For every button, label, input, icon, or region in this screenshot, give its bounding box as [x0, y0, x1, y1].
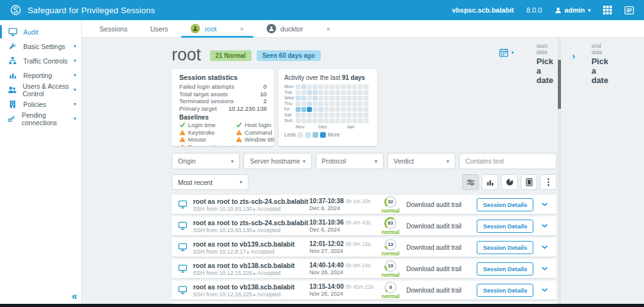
- session-verdict: Accepted: [257, 270, 281, 276]
- users-icon: [8, 86, 17, 94]
- heatmap-day-label: Sat: [284, 113, 296, 118]
- sidebar-item-reporting[interactable]: Reporting▾: [0, 68, 81, 82]
- topbar-right: vbspsc.scb.balabit 8.0.0 admin ▾: [452, 6, 634, 14]
- heatmap-cell: [330, 101, 335, 106]
- filter-dropdown-protocol[interactable]: Protocol▾: [316, 153, 384, 169]
- score-label: normal: [382, 294, 399, 299]
- chevron-down-icon: ▾: [74, 58, 76, 64]
- session-details: Session Details: [477, 220, 535, 233]
- badges: 21 NormalSeen 60 days ago: [210, 49, 326, 60]
- heatmap-cell: [301, 96, 306, 101]
- sidebar-item-audit[interactable]: Audit: [0, 25, 81, 39]
- user-name: admin: [565, 6, 585, 14]
- sidebar-item-users-access-control[interactable]: Users & Access Control▾: [0, 82, 81, 97]
- legend-more-label: More: [328, 131, 340, 138]
- terminal-session-icon: [172, 221, 193, 230]
- status-badge: 21 Normal: [210, 50, 252, 61]
- kebab-view-button[interactable]: [540, 174, 557, 190]
- tab-root[interactable]: root×: [179, 20, 255, 37]
- chevron-down-icon: ▾: [74, 101, 76, 107]
- score-ring: 13: [384, 238, 397, 251]
- sidebar-item-basic-settings[interactable]: Basic Settings▾: [0, 39, 81, 53]
- filter-dropdown-origin[interactable]: Origin▾: [172, 153, 240, 169]
- calendar-icon: [499, 48, 509, 57]
- session-source: SSH from 10.12.15.225: [193, 291, 252, 298]
- expand-row-chevron-icon[interactable]: [535, 203, 555, 206]
- download-audit-trail-link[interactable]: Download audit trail: [406, 287, 477, 294]
- score-gauge: 32normal: [375, 196, 406, 214]
- score-value: 13: [386, 240, 395, 249]
- expand-row-chevron-icon[interactable]: [535, 224, 555, 228]
- sidebar-item-policies[interactable]: Policies▾: [0, 97, 81, 111]
- heatmap-cell: [347, 113, 352, 118]
- check-icon: [179, 122, 186, 128]
- download-audit-trail-link[interactable]: Download audit trail: [406, 244, 477, 251]
- heatmap-cell: [324, 90, 329, 95]
- download-audit-trail-link[interactable]: Download audit trail: [406, 201, 477, 208]
- download-audit-trail-link[interactable]: Download audit trail: [406, 223, 477, 230]
- filter-dropdown-server-hostname[interactable]: Server hostname▾: [243, 153, 311, 169]
- sidebar-collapse-button[interactable]: «: [72, 291, 77, 301]
- heatmap-cell: [358, 118, 363, 123]
- arrow-right-icon: ▸: [247, 250, 250, 254]
- expand-row-chevron-icon[interactable]: [535, 267, 555, 271]
- card-view-view-button[interactable]: [521, 174, 537, 190]
- heatmap-cell: [335, 113, 340, 118]
- session-verdict: Accepted: [257, 227, 281, 233]
- expand-row-chevron-icon[interactable]: [535, 288, 555, 292]
- heatmap-cell: [352, 113, 357, 118]
- heatmap-cell: [364, 96, 369, 101]
- score-label: normal: [382, 272, 399, 278]
- session-details-button[interactable]: Session Details: [477, 262, 533, 276]
- score-gauge: 13normal: [375, 238, 406, 257]
- pie-chart-view-button[interactable]: [501, 174, 518, 190]
- stat-label: Total target assets: [179, 91, 228, 98]
- tab-sessions[interactable]: Sessions: [88, 20, 139, 37]
- scrollbar-thumb[interactable]: [558, 60, 561, 109]
- heatmap-cell: [347, 118, 352, 123]
- tab-ducktor[interactable]: ducktor×: [255, 20, 342, 37]
- heatmap-cell: [324, 84, 329, 89]
- close-icon[interactable]: ×: [240, 25, 243, 33]
- heatmap-cell: [296, 101, 301, 106]
- heatmap-cell: [347, 101, 352, 106]
- heatmap-cell: [324, 96, 329, 101]
- tab-users[interactable]: Users: [139, 20, 180, 37]
- terminal-session-icon: [172, 264, 193, 273]
- session-list-icon[interactable]: [625, 6, 634, 14]
- legend-swatch: [320, 132, 326, 138]
- session-details-button[interactable]: Session Details: [477, 220, 533, 233]
- session-details-button[interactable]: Session Details: [477, 284, 533, 297]
- heatmap-day-label: Wed: [284, 96, 296, 101]
- baseline-label: Login time: [188, 121, 216, 129]
- sidebar-item-traffic-controls[interactable]: Traffic Controls▾: [0, 53, 81, 68]
- end-date-field[interactable]: end date Pick a date: [591, 43, 608, 85]
- score-ring: 8: [384, 281, 397, 294]
- expand-row-chevron-icon[interactable]: [535, 245, 555, 249]
- heatmap-month-label: Nov: [296, 124, 304, 130]
- session-title: root as root to vb138.scb.balabit: [193, 283, 309, 291]
- filter-dropdown-verdict[interactable]: Verdict▾: [387, 153, 455, 169]
- heatmap-cell: [313, 84, 318, 89]
- user-menu[interactable]: admin ▾: [555, 6, 591, 14]
- score-label: normal: [382, 230, 399, 235]
- close-icon[interactable]: ×: [326, 25, 330, 33]
- start-date-field[interactable]: start date Pick a date: [536, 43, 553, 85]
- page-title: root: [172, 45, 201, 65]
- sidebar-item-pending-connections[interactable]: Pending connections▾: [0, 111, 81, 126]
- download-audit-trail-link[interactable]: Download audit trail: [406, 265, 477, 272]
- sort-dropdown[interactable]: Most recent ▾: [172, 174, 248, 190]
- session-details: Session Details: [477, 284, 535, 297]
- calendar-picker-button[interactable]: ▾: [499, 48, 514, 57]
- app-grid-icon[interactable]: [603, 6, 612, 14]
- sliders-view-button[interactable]: [462, 174, 479, 190]
- session-details-button[interactable]: Session Details: [477, 241, 533, 254]
- legend-swatch: [305, 132, 311, 138]
- bar-chart-view-button[interactable]: [482, 174, 498, 190]
- vertical-scrollbar[interactable]: [558, 38, 561, 304]
- heatmap-cell: [330, 107, 335, 112]
- session-details-button[interactable]: Session Details: [477, 198, 533, 211]
- chevron-down-icon: ▾: [511, 50, 514, 55]
- contains-text-input[interactable]: [459, 153, 557, 169]
- stat-row: Failed login attempts0: [179, 83, 267, 91]
